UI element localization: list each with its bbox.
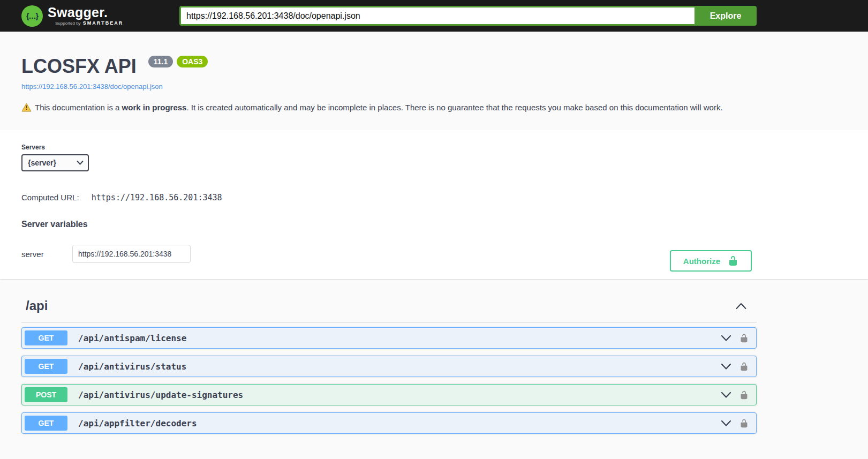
page-title: LCOSFX API 11.1 OAS3: [21, 55, 757, 77]
explore-button[interactable]: Explore: [695, 6, 757, 26]
api-operations-section: /api GET /api/antispam/license: [0, 279, 868, 448]
swagger-logo[interactable]: {…} Swagger. Supported by SMARTBEAR: [21, 5, 179, 27]
computed-url-label: Computed URL:: [21, 193, 79, 202]
server-variables-title: Server variables: [21, 220, 757, 229]
operation-auth-lock-icon[interactable]: [739, 390, 749, 400]
operation-path: /api/antivirus/status: [78, 362, 721, 372]
logo-subtitle: Supported by SMARTBEAR: [48, 21, 123, 26]
oas3-badge: OAS3: [177, 56, 208, 67]
authorize-button[interactable]: Authorize: [670, 250, 752, 272]
method-badge: GET: [25, 359, 67, 374]
spec-url-input[interactable]: [179, 6, 695, 26]
version-badge: 11.1: [148, 56, 173, 67]
operation-path: /api/antivirus/update-signatures: [78, 390, 721, 400]
warning-text: This documentation is a: [35, 103, 122, 112]
expand-operation-chevron-down-icon[interactable]: [721, 335, 731, 342]
server-variable-name: server: [21, 250, 72, 259]
operation-path: /api/appfilter/decoders: [78, 418, 721, 428]
info-section: LCOSFX API 11.1 OAS3 https://192.168.56.…: [0, 32, 868, 130]
computed-url-row: Computed URL: https://192.168.56.201:343…: [21, 193, 757, 202]
operation-auth-lock-icon[interactable]: [739, 419, 749, 428]
warning-icon: !: [21, 103, 32, 112]
api-tag-title: /api: [26, 298, 48, 313]
collapse-section-chevron-up-icon[interactable]: [735, 302, 747, 310]
api-tag-header[interactable]: /api: [21, 292, 757, 322]
warning-text-suffix: . It is created automatically and may be…: [186, 103, 722, 112]
logo-braces-glyph: {…}: [26, 12, 38, 20]
expand-operation-chevron-down-icon[interactable]: [721, 363, 731, 370]
warning-bold-text: work in progress: [122, 103, 187, 112]
scheme-container: Servers {server} Computed URL: https://1…: [0, 130, 868, 279]
server-variable-input[interactable]: [72, 245, 191, 263]
supported-by-label: Supported by: [55, 21, 81, 26]
method-badge: POST: [25, 387, 67, 402]
expand-operation-chevron-down-icon[interactable]: [721, 420, 731, 427]
operation-row[interactable]: POST /api/antivirus/update-signatures: [21, 384, 757, 405]
operation-auth-lock-icon[interactable]: [739, 362, 749, 371]
warning-banner: ! This documentation is a work in progre…: [21, 103, 757, 112]
svg-text:!: !: [26, 106, 27, 111]
expand-operation-chevron-down-icon[interactable]: [721, 392, 731, 398]
authorize-label: Authorize: [683, 257, 720, 266]
operation-path: /api/antispam/license: [78, 333, 721, 343]
operations-list: GET /api/antispam/license GET /api/antiv…: [21, 327, 757, 448]
method-badge: GET: [25, 330, 67, 345]
api-title-text: LCOSFX API: [21, 55, 137, 77]
computed-url-value: https://192.168.56.201:3438: [92, 193, 222, 202]
servers-label: Servers: [21, 144, 757, 151]
method-badge: GET: [25, 416, 67, 431]
unlocked-padlock-icon: [728, 255, 738, 266]
logo-title: Swagger.: [48, 6, 123, 19]
swagger-logo-icon: {…}: [21, 5, 43, 27]
server-select[interactable]: {server}: [21, 154, 89, 171]
operation-row[interactable]: GET /api/antivirus/status: [21, 356, 757, 377]
topbar: {…} Swagger. Supported by SMARTBEAR Expl…: [0, 0, 868, 32]
operation-auth-lock-icon[interactable]: [739, 334, 749, 343]
spec-url-form: Explore: [179, 6, 757, 26]
spec-link[interactable]: https://192.168.56.201:3438/doc/openapi.…: [21, 82, 163, 91]
operation-row[interactable]: GET /api/antispam/license: [21, 327, 757, 349]
server-variable-row: server: [21, 245, 757, 263]
operation-row[interactable]: GET /api/appfilter/decoders: [21, 412, 757, 434]
smartbear-brand: SMARTBEAR: [83, 20, 124, 26]
